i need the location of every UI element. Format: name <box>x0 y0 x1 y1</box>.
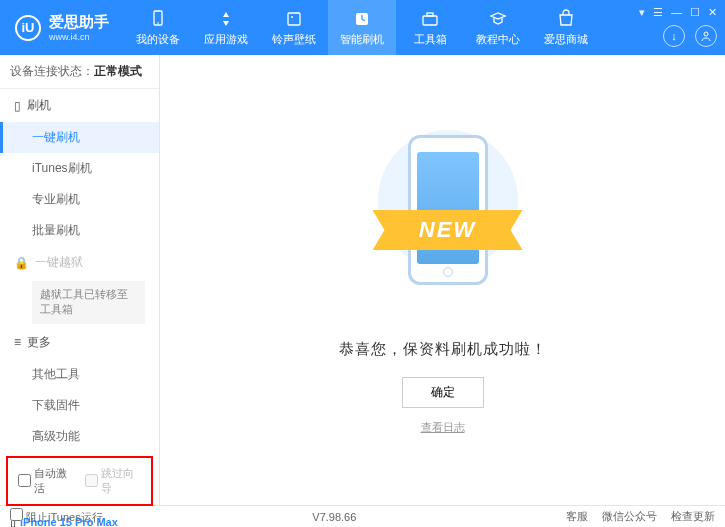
sidebar-item-download-firmware[interactable]: 下载固件 <box>0 390 159 421</box>
footer-link-support[interactable]: 客服 <box>566 509 588 524</box>
sidebar: 设备连接状态：正常模式 ▯刷机 一键刷机 iTunes刷机 专业刷机 批量刷机 … <box>0 55 160 505</box>
checkbox-auto-activate[interactable]: 自动激活 <box>18 466 75 496</box>
device-icon <box>148 9 168 29</box>
group-flash: ▯刷机 <box>0 89 159 122</box>
user-button[interactable] <box>695 25 717 47</box>
store-icon <box>556 9 576 29</box>
svg-rect-2 <box>288 13 300 25</box>
tab-tutorials[interactable]: 教程中心 <box>464 0 532 55</box>
sidebar-item-pro-flash[interactable]: 专业刷机 <box>0 184 159 215</box>
apps-icon <box>216 9 236 29</box>
jailbreak-note: 越狱工具已转移至工具箱 <box>32 281 145 324</box>
toolbox-icon <box>420 9 440 29</box>
more-icon: ≡ <box>14 335 21 349</box>
app-header: iU 爱思助手 www.i4.cn 我的设备 应用游戏 铃声壁纸 智能刷机 工具… <box>0 0 725 55</box>
tab-ringtones[interactable]: 铃声壁纸 <box>260 0 328 55</box>
phone-icon: ▯ <box>14 99 21 113</box>
app-url: www.i4.cn <box>49 32 109 42</box>
flash-icon <box>352 9 372 29</box>
connection-status: 设备连接状态：正常模式 <box>0 55 159 89</box>
svg-point-1 <box>157 22 159 24</box>
tab-toolbox[interactable]: 工具箱 <box>396 0 464 55</box>
lock-icon: 🔒 <box>14 256 29 270</box>
new-ribbon: NEW <box>373 210 523 250</box>
tutorial-icon <box>488 9 508 29</box>
svg-point-7 <box>704 32 708 36</box>
main-content: NEW 恭喜您，保资料刷机成功啦！ 确定 查看日志 <box>160 55 725 505</box>
checkbox-options: 自动激活 跳过向导 <box>6 456 153 506</box>
checkbox-block-itunes[interactable]: 阻止iTunes运行 <box>10 508 103 525</box>
media-icon <box>284 9 304 29</box>
svg-point-3 <box>291 16 293 18</box>
sidebar-item-batch-flash[interactable]: 批量刷机 <box>0 215 159 246</box>
svg-rect-5 <box>423 16 437 25</box>
maximize-icon[interactable]: ☐ <box>690 6 700 19</box>
tab-my-device[interactable]: 我的设备 <box>124 0 192 55</box>
view-log-link[interactable]: 查看日志 <box>421 420 465 435</box>
skin-icon[interactable]: ☰ <box>653 6 663 19</box>
group-jailbreak: 🔒一键越狱 <box>0 246 159 279</box>
close-icon[interactable]: ✕ <box>708 6 717 19</box>
logo-icon: iU <box>15 15 41 41</box>
ok-button[interactable]: 确定 <box>402 377 484 408</box>
minimize-icon[interactable]: — <box>671 6 682 19</box>
app-title: 爱思助手 <box>49 13 109 32</box>
success-illustration: NEW <box>363 125 523 325</box>
nav-tabs: 我的设备 应用游戏 铃声壁纸 智能刷机 工具箱 教程中心 爱思商城 <box>124 0 600 55</box>
logo-area: iU 爱思助手 www.i4.cn <box>0 13 124 42</box>
sidebar-item-other-tools[interactable]: 其他工具 <box>0 359 159 390</box>
header-actions: ↓ <box>663 25 717 47</box>
window-controls: ▾ ☰ — ☐ ✕ <box>639 6 717 19</box>
tab-store[interactable]: 爱思商城 <box>532 0 600 55</box>
checkbox-skip-guide[interactable]: 跳过向导 <box>85 466 142 496</box>
download-button[interactable]: ↓ <box>663 25 685 47</box>
version-label: V7.98.66 <box>312 511 356 523</box>
footer-link-update[interactable]: 检查更新 <box>671 509 715 524</box>
sidebar-item-advanced[interactable]: 高级功能 <box>0 421 159 452</box>
svg-rect-6 <box>427 13 433 16</box>
group-more: ≡更多 <box>0 326 159 359</box>
tab-apps[interactable]: 应用游戏 <box>192 0 260 55</box>
success-message: 恭喜您，保资料刷机成功啦！ <box>339 340 547 359</box>
sidebar-item-oneclick-flash[interactable]: 一键刷机 <box>0 122 159 153</box>
sidebar-item-itunes-flash[interactable]: iTunes刷机 <box>0 153 159 184</box>
menu-icon[interactable]: ▾ <box>639 6 645 19</box>
tab-flash[interactable]: 智能刷机 <box>328 0 396 55</box>
footer-link-wechat[interactable]: 微信公众号 <box>602 509 657 524</box>
